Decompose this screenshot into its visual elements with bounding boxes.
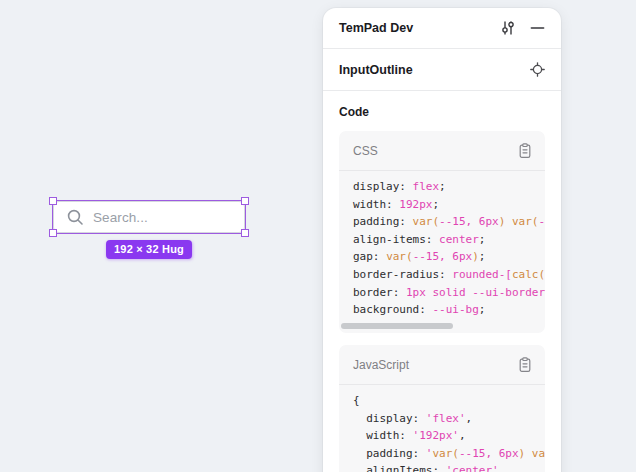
code-line: border: 1px solid --ui-border- [353,284,545,302]
search-icon [66,208,84,226]
css-card-title: CSS [353,144,518,158]
locate-target-icon[interactable] [530,62,545,77]
code-line: alignItems: 'center', [353,462,545,472]
javascript-code-card: JavaScript { display: 'flex', width: '19… [339,345,545,472]
scrollbar-thumb[interactable] [341,323,453,329]
javascript-code[interactable]: { display: 'flex', width: '192px', paddi… [339,385,545,472]
code-line: padding: 'var(--15, 6px) var [353,445,545,463]
tempad-dev-panel: TemPad Dev InputOutline [323,8,561,472]
code-line: display: 'flex', [353,410,545,428]
panel-header: TemPad Dev [323,8,561,49]
code-section: Code CSS display: flex;width: 192px;padd… [323,91,561,472]
css-card-header: CSS [339,131,545,171]
size-badge: 192 × 32 Hug [106,240,192,259]
css-code[interactable]: display: flex;width: 192px;padding: var(… [339,171,545,319]
code-line: border-radius: rounded-[calc(v [353,266,545,284]
code-line: background: --ui-bg; [353,301,545,319]
code-line: gap: var(--15, 6px); [353,248,545,266]
code-line: width: 192px; [353,196,545,214]
settings-sliders-icon[interactable] [500,20,516,36]
code-line: display: flex; [353,178,545,196]
javascript-card-title: JavaScript [353,358,518,372]
code-line: padding: var(--15, 6px) var(-- [353,213,545,231]
minimize-icon[interactable] [530,20,545,36]
panel-title: TemPad Dev [339,21,500,35]
code-line: { [353,392,545,410]
search-input-component[interactable]: Search... [53,201,245,233]
component-name: InputOutline [339,63,530,77]
selected-component-row: InputOutline [323,49,561,91]
css-code-card: CSS display: flex;width: 192px;padding: … [339,131,545,333]
copy-clipboard-icon[interactable] [518,143,532,159]
code-line: align-items: center; [353,231,545,249]
search-placeholder-text: Search... [93,210,148,225]
code-section-title: Code [339,105,545,119]
copy-clipboard-icon[interactable] [518,357,532,373]
horizontal-scrollbar[interactable] [339,320,545,333]
javascript-card-header: JavaScript [339,345,545,385]
code-line: width: '192px', [353,427,545,445]
